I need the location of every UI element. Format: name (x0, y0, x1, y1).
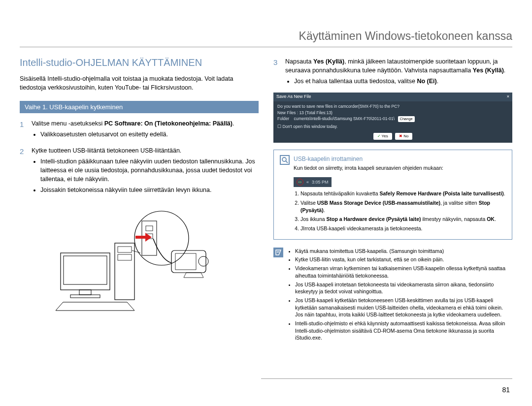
no-button: No (395, 133, 412, 140)
step-2: 2 Kytke tuotteen USB-liitäntä tietokonee… (20, 146, 259, 197)
text: . (495, 216, 496, 222)
svg-rect-5 (118, 247, 132, 252)
path: cuments\Intelli-studio\Samsung SMX-F70\2… (294, 116, 395, 121)
bold-text: OK (487, 216, 495, 222)
bold-text: USB Mass Storage Device (USB-massamuisti… (317, 200, 440, 206)
svg-rect-1 (64, 256, 107, 284)
list-item: Jos ikkuna Stop a Hardware device (Pysäy… (300, 216, 506, 223)
bullet: Valikkoasetusten oletusarvot on esitetty… (40, 130, 259, 139)
yes-button: Yes (373, 133, 392, 140)
close-icon: × (507, 94, 509, 100)
dialog-buttons: Yes No (277, 133, 508, 140)
text: , ja valitse sitten (440, 200, 479, 206)
bullet: Intelli-studion pääikkunaan tulee näkyvi… (40, 157, 259, 184)
bottom-rule (261, 378, 512, 379)
info-subtitle: Kun tiedot on siirretty, irrota kaapeli … (294, 164, 506, 172)
note-icon (273, 248, 283, 257)
usb-disconnect-box: USB-kaapelin irrottaminen Kun tiedot on … (273, 150, 512, 240)
svg-rect-6 (118, 254, 132, 260)
text: Valitse (300, 200, 317, 206)
dialog-title-text: Save As New File (276, 94, 311, 100)
info-header: USB-kaapelin irrottaminen Kun tiedot on … (280, 155, 506, 171)
list-item: Valitse USB Mass Storage Device (USB-mas… (300, 199, 506, 214)
steps-list: 1 Valitse menu -asetukseksi PC Software:… (20, 119, 259, 196)
text: . (504, 190, 505, 196)
label: Folder (277, 116, 289, 121)
disconnect-steps: Napsauta tehtäväpalkin kuvaketta Safely … (294, 190, 506, 232)
bold-text: Safely Remove Hardware (Poista laite tur… (380, 190, 504, 196)
dialog-line: Do you want to save new files in camcord… (277, 103, 508, 110)
step-number: 3 (273, 57, 280, 88)
svg-point-15 (282, 157, 286, 161)
section-title: Intelli-studio-OHJELMAN KÄYTTÄMINEN (20, 57, 259, 68)
bold-text: PC Software: On (Tietokoneohjelma: Pääll… (104, 120, 233, 127)
left-column: Intelli-studio-OHJELMAN KÄYTTÄMINEN Sisä… (20, 57, 259, 343)
text: Napsauta (285, 58, 313, 65)
dialog-checkbox: Don't open this window today. (277, 124, 508, 130)
notes-list: Käytä mukana toimitettua USB-kaapelia. (… (287, 248, 512, 343)
step-body: Valitse menu -asetukseksi PC Software: O… (32, 119, 259, 141)
right-column: 3 Napsauta Yes (Kyllä), minkä jälkeen la… (273, 57, 512, 343)
bold-text: Yes (Kyllä) (313, 58, 344, 65)
content-columns: Intelli-studio-OHJELMAN KÄYTTÄMINEN Sisä… (20, 57, 512, 343)
save-dialog-screenshot: Save As New File × Do you want to save n… (273, 93, 512, 143)
bold-text: Yes (Kyllä) (473, 67, 504, 74)
svg-rect-10 (146, 226, 153, 231)
text: ilmestyy näkyviin, napsauta (421, 216, 487, 222)
step-number: 2 (20, 146, 27, 197)
svg-point-14 (199, 256, 208, 266)
note-item: Jos USB-kaapeli irrotetaan tietokoneesta… (295, 281, 512, 295)
svg-line-8 (132, 250, 140, 253)
info-header-text: USB-kaapelin irrottaminen Kun tiedot on … (294, 155, 506, 171)
usb-tray-icon: ⇔ (297, 179, 303, 186)
bold-text: No (Ei) (417, 78, 436, 85)
bold-text: Stop a Hardware device (Pysäytä laite) (327, 216, 421, 222)
svg-rect-13 (175, 253, 196, 270)
svg-rect-3 (70, 295, 100, 298)
dialog-line: Folder cuments\Intelli-studio\Samsung SM… (277, 116, 508, 122)
note-item: Jos USB-kaapeli kytketään tietokoneeseen… (295, 297, 512, 318)
svg-rect-12 (171, 250, 206, 273)
chevron-icon: « (306, 179, 309, 186)
change-button: Change (398, 116, 415, 122)
note-item: Intelli-studio-ohjelmisto ei ehkä käynni… (295, 320, 512, 342)
info-title: USB-kaapelin irrottaminen (294, 155, 506, 163)
bullet: Jos et halua tallentaa uutta tiedostoa, … (294, 77, 512, 86)
dialog-titlebar: Save As New File × (273, 93, 512, 101)
text: Kytke tuotteen USB-liitäntä tietokoneen … (32, 147, 181, 154)
step-1: 1 Valitse menu -asetukseksi PC Software:… (20, 119, 259, 141)
text: . (324, 207, 325, 213)
svg-rect-2 (79, 290, 91, 295)
step-body: Kytke tuotteen USB-liitäntä tietokoneen … (32, 146, 259, 197)
taskbar-time: 3:05 PM (312, 179, 329, 186)
list-item: Napsauta tehtäväpalkin kuvaketta Safely … (300, 190, 506, 197)
text: Jos ikkuna (300, 216, 327, 222)
intro-text: Sisäisellä Intelli-studio-ohjelmalla voi… (20, 74, 259, 92)
svg-line-16 (286, 161, 288, 163)
magnifier-icon (280, 155, 290, 165)
text: . (504, 67, 505, 74)
taskbar-screenshot: ⇔ « 3:05 PM (294, 177, 332, 187)
page-header: Käyttäminen Windows-tietokoneen kanssa (20, 30, 512, 47)
notes-block: Käytä mukana toimitettua USB-kaapelia. (… (273, 248, 512, 343)
step-body: Napsauta Yes (Kyllä), minkä jälkeen lata… (285, 57, 512, 88)
note-item: Kytke USB-liitin vasta, kun olet tarkist… (295, 256, 512, 263)
text: Jos et halua tallentaa uutta tiedostoa, … (294, 78, 417, 85)
note-item: Käytä mukana toimitettua USB-kaapelia. (… (295, 248, 512, 255)
connection-illustration (20, 206, 259, 316)
list-item: JIrrota USB-kaapeli videokamerasta ja ti… (300, 225, 506, 232)
text: . (233, 120, 234, 127)
text: Valitse menu -asetukseksi (32, 120, 104, 127)
dialog-line: New Files : 13 (Total Files:13) (277, 110, 508, 116)
step-3: 3 Napsauta Yes (Kyllä), minkä jälkeen la… (273, 57, 512, 88)
text: . (437, 78, 438, 85)
steps-list-right: 3 Napsauta Yes (Kyllä), minkä jälkeen la… (273, 57, 512, 88)
page-number: 81 (502, 386, 510, 394)
step-number: 1 (20, 119, 27, 141)
bullet: Joissakin tietokoneissa näkyviin tulee s… (40, 186, 259, 194)
text: Napsauta tehtäväpalkin kuvaketta (300, 190, 380, 196)
note-item: Videokameran virran kytkeminen tai katka… (295, 265, 512, 279)
step-phase-header: Vaihe 1. USB-kaapelin kytkeminen (20, 101, 259, 113)
